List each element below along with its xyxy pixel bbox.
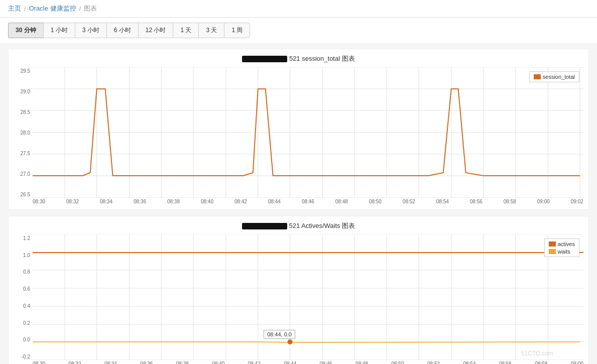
time-btn-12h[interactable]: 12 小时	[138, 23, 173, 38]
time-button-group: 30 分钟 1 小时 3 小时 6 小时 12 小时 1 天 3 天 1 周	[8, 23, 589, 38]
chart1-title: 521 session_total 图表	[14, 54, 583, 63]
legend-label-waits: waits	[558, 249, 570, 255]
chart2-svg	[33, 234, 583, 360]
watermark: 51CTO.com	[521, 350, 553, 357]
chart1-title-redacted	[242, 56, 287, 62]
breadcrumb-home[interactable]: 主页	[8, 4, 21, 13]
chart1-container: 521 session_total 图表 29.5 29.0 28.5 28.0…	[8, 49, 589, 210]
time-btn-1h[interactable]: 1 小时	[43, 23, 75, 38]
legend-item-actives: actives	[549, 241, 575, 247]
chart2-legend: actives waits	[544, 238, 579, 257]
time-btn-6h[interactable]: 6 小时	[106, 23, 138, 38]
chart1-body: session_total	[33, 67, 583, 198]
time-btn-1w[interactable]: 1 周	[224, 23, 250, 38]
chart2-body: 08:44, 0.0 actives waits 51CTO.com	[33, 234, 583, 360]
toolbar: 30 分钟 1 小时 3 小时 6 小时 12 小时 1 天 3 天 1 周	[0, 18, 597, 44]
legend-item-waits: waits	[549, 249, 575, 255]
chart1-svg	[33, 67, 583, 198]
time-btn-3d[interactable]: 3 天	[198, 23, 224, 38]
legend-color-session-total	[534, 74, 541, 79]
chart2-tooltip-text: 08:44, 0.0	[267, 331, 292, 337]
breadcrumb-sep1: /	[24, 5, 26, 13]
chart2-title: 521 Actives/Waits 图表	[14, 221, 583, 230]
breadcrumb-monitor[interactable]: Oracle 健康监控	[29, 4, 76, 13]
chart2-tooltip-dot	[288, 339, 293, 344]
chart1-title-text: 521 session_total 图表	[289, 55, 355, 62]
content: 521 session_total 图表 29.5 29.0 28.5 28.0…	[0, 44, 597, 364]
legend-color-actives	[549, 241, 556, 247]
chart1-legend: session_total	[529, 71, 579, 82]
time-btn-3h[interactable]: 3 小时	[75, 23, 106, 38]
breadcrumb: 主页 / Oracle 健康监控 / 图表	[8, 4, 97, 13]
chart2-wrapper: 1.2 1.0 0.8 0.6 0.4 0.2 0.0 -0.2	[14, 234, 583, 360]
breadcrumb-current: 图表	[84, 4, 97, 13]
legend-item-session-total: session_total	[534, 74, 575, 80]
chart2-tooltip: 08:44, 0.0	[264, 330, 295, 339]
chart2-x-axis: 08:30 08:32 08:34 08:36 08:38 08:40 08:4…	[14, 361, 583, 364]
time-btn-1d[interactable]: 1 天	[173, 23, 198, 38]
breadcrumb-sep2: /	[79, 5, 81, 13]
header: 主页 / Oracle 健康监控 / 图表	[0, 0, 597, 18]
chart1-y-axis: 29.5 29.0 28.5 28.0 27.5 27.0 26.5	[14, 67, 33, 198]
chart2-container: 521 Actives/Waits 图表 1.2 1.0 0.8 0.6 0.4…	[8, 216, 589, 364]
legend-color-waits	[549, 249, 556, 254]
chart2-title-redacted	[242, 223, 287, 229]
chart1-x-axis: 08:30 08:32 08:34 08:36 08:38 08:40 08:4…	[14, 199, 583, 204]
chart2-y-axis: 1.2 1.0 0.8 0.6 0.4 0.2 0.0 -0.2	[14, 234, 33, 360]
chart2-title-text: 521 Actives/Waits 图表	[289, 222, 355, 229]
legend-label-session-total: session_total	[543, 74, 575, 80]
legend-label-actives: actives	[558, 241, 575, 247]
time-btn-30min[interactable]: 30 分钟	[8, 23, 43, 38]
